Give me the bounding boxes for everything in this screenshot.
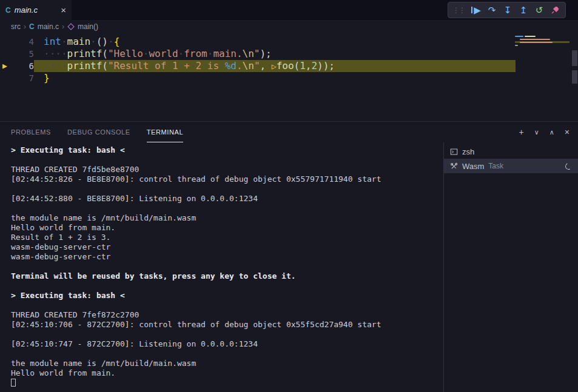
terminal-line: wasm-debug-server-ctr xyxy=(11,252,443,262)
terminal-line: [02:45:10:747 - 872C2700]: Listening on … xyxy=(11,339,443,349)
terminal-profile-dropdown-icon[interactable]: ∨ xyxy=(534,129,539,136)
debug-current-line-arrow[interactable]: ▶ xyxy=(0,60,16,72)
bottom-panel: PROBLEMS DEBUG CONSOLE TERMINAL + ∨ ∧ × … xyxy=(0,121,578,392)
symbol-method-icon xyxy=(67,23,74,30)
terminal-tab-label: Wasm xyxy=(462,162,484,171)
breadcrumb-item-symbol[interactable]: main() xyxy=(78,22,98,31)
code-line-text: ····printf("Result·of·1·+·2·is·%d.\n",·▷… xyxy=(34,60,335,72)
tab-label: main.c xyxy=(15,5,38,15)
new-terminal-icon[interactable]: + xyxy=(519,128,524,136)
chevron-right-icon: › xyxy=(62,22,64,31)
toolbar-drag-handle-icon[interactable]: ⋮⋮ xyxy=(451,6,468,15)
terminal-line: Hello world from main. xyxy=(11,368,443,378)
terminal-tab-zsh[interactable]: zsh xyxy=(444,144,578,159)
breakpoint-gutter[interactable] xyxy=(0,72,16,84)
disconnect-button[interactable] xyxy=(548,4,562,17)
terminal-cursor xyxy=(11,379,16,387)
terminal-line: [02:44:52:826 - BE8E8700]: control threa… xyxy=(11,174,443,184)
terminal-line: wasm-debug-server-ctr xyxy=(11,242,443,252)
terminal-line: the module name is /mnt/build/main.wasm xyxy=(11,359,443,368)
tab-problems[interactable]: PROBLEMS xyxy=(11,122,51,142)
code-line-text: ····printf("Hello·world·from·main.\n"); xyxy=(34,48,272,60)
terminal-line xyxy=(11,281,443,291)
terminal-line xyxy=(11,184,443,194)
close-panel-icon[interactable]: × xyxy=(565,128,570,136)
terminal-line: Result of 1 + 2 is 3. xyxy=(11,233,443,242)
debug-toolbar: ⋮⋮ ▶ ↷ ↧ ↥ ↺ xyxy=(448,2,566,18)
terminal-line xyxy=(11,204,443,213)
terminal-line xyxy=(11,378,443,388)
continue-icon xyxy=(471,7,472,13)
code-line[interactable]: ▶6····printf("Result·of·1·+·2·is·%d.\n",… xyxy=(0,60,578,72)
tab-debug-console[interactable]: DEBUG CONSOLE xyxy=(67,122,130,142)
terminal-line: THREAD CREATED 7fd5be8e8700 xyxy=(11,165,443,174)
panel-tabs: PROBLEMS DEBUG CONSOLE TERMINAL xyxy=(11,122,183,142)
terminal-tabs-list: zsh Wasm Task xyxy=(443,142,578,392)
terminal-line xyxy=(11,301,443,310)
terminal-line xyxy=(11,155,443,165)
terminal-tab-wasm-task[interactable]: Wasm Task xyxy=(444,159,578,173)
tab-close-icon[interactable]: × xyxy=(61,5,66,15)
step-over-button[interactable]: ↷ xyxy=(485,4,499,17)
panel-actions: + ∨ ∧ × xyxy=(519,122,570,142)
plug-icon xyxy=(551,5,560,15)
c-language-icon: C xyxy=(5,6,11,15)
tools-icon xyxy=(450,162,458,170)
terminal-line: [02:44:52:880 - BE8E8700]: Listening on … xyxy=(11,194,443,204)
line-number: 4 xyxy=(16,36,34,48)
terminal-line: Terminal will be reused by tasks, press … xyxy=(11,271,443,281)
terminal-line: THREAD CREATED 7fef872c2700 xyxy=(11,310,443,320)
terminal-tab-description: Task xyxy=(488,162,503,170)
step-out-button[interactable]: ↥ xyxy=(516,4,531,17)
line-number: 7 xyxy=(16,72,34,84)
terminal-line: > Executing task: bash < xyxy=(11,291,443,301)
chevron-right-icon: › xyxy=(24,22,26,31)
terminal-line xyxy=(11,262,443,271)
code-line-text: int·main·()·{ xyxy=(34,36,119,48)
restart-button[interactable]: ↺ xyxy=(532,4,546,17)
code-line[interactable]: 7} xyxy=(0,72,578,84)
scrollbar-thumb[interactable] xyxy=(572,50,577,66)
terminal-line: Hello world from main. xyxy=(11,223,443,233)
step-into-button[interactable]: ↧ xyxy=(500,4,515,17)
terminal-tab-label: zsh xyxy=(462,147,474,156)
breadcrumb-item-file[interactable]: main.c xyxy=(38,22,59,31)
code-editor[interactable]: 4int·main·()·{5····printf("Hello·world·f… xyxy=(0,33,578,121)
panel-body: > Executing task: bash <THREAD CREATED 7… xyxy=(0,142,578,392)
continue-button[interactable]: ▶ xyxy=(469,4,483,17)
c-file-icon: C xyxy=(29,22,35,31)
line-number: 5 xyxy=(16,48,34,60)
tab-main-c[interactable]: C main.c × xyxy=(0,0,72,20)
terminal-line xyxy=(11,330,443,339)
terminal-line: the module name is /mnt/build/main.wasm xyxy=(11,213,443,223)
minimap[interactable] xyxy=(515,35,570,47)
breadcrumb-item-src[interactable]: src xyxy=(11,22,21,31)
scrollbar-decoration xyxy=(572,70,577,84)
breakpoint-gutter[interactable] xyxy=(0,36,16,48)
loading-spinner-icon xyxy=(564,162,573,170)
breadcrumb: src › C main.c › main() xyxy=(0,20,578,33)
editor-scrollbar[interactable] xyxy=(572,50,577,84)
breakpoint-gutter[interactable] xyxy=(0,48,16,60)
terminal-icon xyxy=(450,148,458,156)
maximize-panel-icon[interactable]: ∧ xyxy=(549,129,554,136)
code-lines: 4int·main·()·{5····printf("Hello·world·f… xyxy=(0,36,578,84)
code-line[interactable]: 4int·main·()·{ xyxy=(0,36,578,48)
panel-header: PROBLEMS DEBUG CONSOLE TERMINAL + ∨ ∧ × xyxy=(0,122,578,142)
terminal-line xyxy=(11,349,443,359)
line-number: 6 xyxy=(16,60,34,72)
terminal-line: > Executing task: bash < xyxy=(11,145,443,155)
terminal-output[interactable]: > Executing task: bash <THREAD CREATED 7… xyxy=(0,142,443,392)
tab-terminal[interactable]: TERMINAL xyxy=(147,122,183,142)
terminal-line: [02:45:10:706 - 872C2700]: control threa… xyxy=(11,320,443,330)
code-line-text: } xyxy=(34,72,50,84)
code-line[interactable]: 5····printf("Hello·world·from·main.\n"); xyxy=(0,48,578,60)
